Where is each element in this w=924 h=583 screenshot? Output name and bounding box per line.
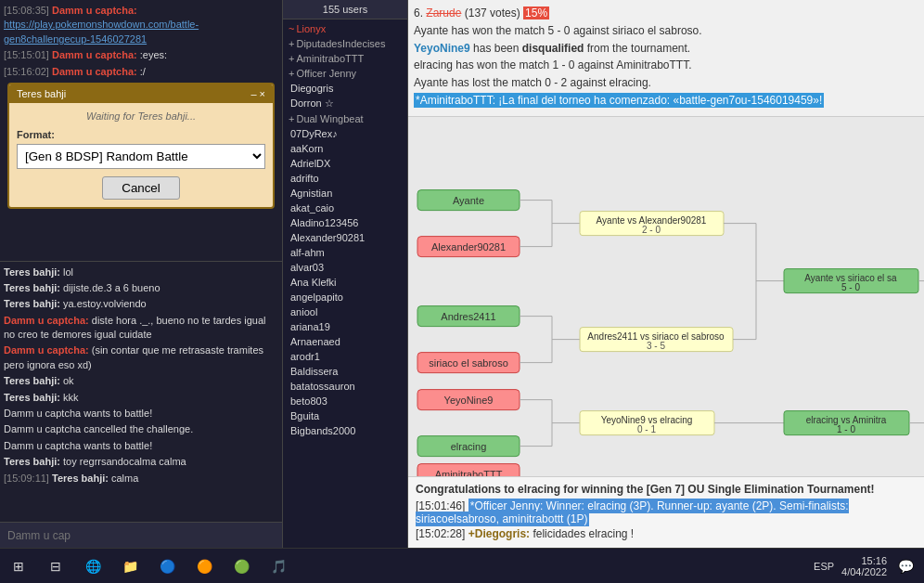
waiting-text: Waiting for Teres bahji... — [17, 110, 265, 122]
taskbar-time-date: 15:16 4/04/2022 — [841, 555, 887, 577]
user-item[interactable]: adrifto — [285, 171, 405, 186]
whatsapp-icon[interactable]: 🟢 — [230, 555, 252, 577]
user-item[interactable]: +Dual Wingbeat — [285, 111, 405, 126]
user-item[interactable]: Arnaenaed — [285, 334, 405, 349]
user-item[interactable]: Baldissera — [285, 364, 405, 379]
left-chat-panel: [15:08:35] Damm u captcha: https://play.… — [0, 0, 283, 548]
match-score-1: 2 - 0 — [642, 224, 661, 234]
message-text: Damm u captcha wants to battle! — [4, 440, 152, 451]
user-item[interactable]: alvar03 — [285, 260, 405, 275]
tournament-msg: 6. Zarude (137 votes) 15% — [414, 6, 918, 21]
timestamp: [15:08:35] — [4, 5, 49, 16]
username: Damm u captcha: — [52, 49, 137, 60]
clock-date: 4/04/2022 — [841, 566, 887, 577]
lower-chat-area: Teres bahji: lol Teres bahji: dijiste.de… — [0, 261, 282, 523]
match-score-sf2: 1 - 0 — [837, 423, 855, 434]
player-label-yeyo: YeyoNine9 — [444, 394, 494, 405]
chat-input-bar — [0, 522, 282, 548]
result-message-1: [15:01:46] *Officer Jenny: Winner: elrac… — [416, 499, 917, 525]
format-label: Format: — [17, 129, 265, 140]
user-item[interactable]: +DiputadesIndecises — [285, 36, 405, 51]
popup-title: Teres bahji – × — [9, 84, 273, 103]
user-item[interactable]: batatossauron — [285, 379, 405, 394]
user-list-header: 155 users — [283, 0, 407, 19]
user-item[interactable]: ~Lionyx — [285, 21, 405, 36]
username: Teres bahji: — [4, 375, 60, 386]
player-label-ayante: Ayante — [453, 194, 484, 205]
timestamp: [15:15:01] — [4, 49, 49, 60]
user-item-officer-jenny[interactable]: +Officer Jenny — [285, 66, 405, 81]
tournament-messages: 6. Zarude (137 votes) 15% Ayante has won… — [408, 0, 924, 117]
chat-message: Teres bahji: ok — [4, 374, 278, 388]
chat-message: Teres bahji: toy regrrsandocalma calma — [4, 455, 278, 469]
taskbar-right: ESP 15:16 4/04/2022 💬 — [814, 555, 917, 577]
chat-input[interactable] — [0, 523, 282, 548]
chat-message: Damm u captcha wants to battle! — [4, 407, 278, 421]
match-score-sf1: 5 - 0 — [841, 281, 860, 292]
chrome-icon[interactable]: 🔵 — [156, 555, 178, 577]
player-label-andres: Andres2411 — [441, 310, 495, 321]
explorer-icon[interactable]: 📁 — [119, 555, 141, 577]
chat-message: Damm u captcha cancelled the challenge. — [4, 422, 278, 436]
chat-message: Teres bahji: kkk — [4, 391, 278, 405]
username: Teres bahji: — [4, 282, 60, 293]
taskbar: ⊞ ⊟ 🌐 📁 🔵 🟠 🟢 🎵 ESP 15:16 4/04/2022 💬 — [0, 548, 924, 583]
user-item[interactable]: Bguita — [285, 408, 405, 423]
user-item[interactable]: +AminitraboTTT — [285, 51, 405, 66]
message-text: dijiste.de.3 a 6 bueno — [63, 282, 160, 293]
zarude-name: Zarude — [426, 6, 461, 19]
message-text: ya.estoy.volviendo — [63, 298, 147, 309]
user-item[interactable]: arodr1 — [285, 349, 405, 364]
chat-message: [15:09:11] Teres bahji: calma — [4, 472, 278, 486]
top-chat-area: [15:08:35] Damm u captcha: https://play.… — [0, 0, 282, 261]
disqualified-text: disqualified — [522, 42, 584, 55]
taskbar-lang: ESP — [814, 561, 834, 572]
diegogris-name: +Diegogris: — [468, 527, 530, 540]
message-text: Damm u captcha wants to battle! — [4, 408, 152, 419]
user-item[interactable]: 07DyRex♪ — [285, 126, 405, 141]
username: Teres bahji: — [4, 456, 60, 467]
message-text: kkk — [63, 392, 79, 403]
poke-icon[interactable]: 🟠 — [193, 555, 215, 577]
congratulations-text: Congratulations to elracing for winning … — [416, 483, 917, 496]
user-item[interactable]: beto803 — [285, 394, 405, 408]
message-text: :/ — [140, 66, 146, 77]
edge-icon[interactable]: 🌐 — [82, 555, 104, 577]
player-label-elracing-r1: elracing — [451, 440, 487, 451]
player-label-alexander: Alexander90281 — [431, 240, 506, 252]
user-item[interactable]: aniool — [285, 304, 405, 319]
message-text: :eyes: — [140, 49, 167, 60]
username: Damm u captcha: — [4, 315, 89, 326]
user-item[interactable]: Alexander90281 — [285, 230, 405, 245]
chat-message: Damm u captcha: (sin contar que me retra… — [4, 343, 278, 372]
user-item[interactable]: Diegogris — [285, 81, 405, 96]
user-item[interactable]: alf-ahm — [285, 245, 405, 260]
result-timestamp-2: [15:02:28] — [416, 527, 465, 540]
right-tournament-panel: 6. Zarude (137 votes) 15% Ayante has won… — [408, 0, 924, 548]
taskview-icon[interactable]: ⊟ — [45, 555, 67, 577]
tournament-results: Congratulations to elracing for winning … — [408, 476, 924, 548]
battle-challenge-popup: Teres bahji – × Waiting for Teres bahji.… — [7, 83, 275, 209]
user-item[interactable]: Bigbands2000 — [285, 423, 405, 438]
format-select[interactable]: [Gen 8 BDSP] Random Battle — [17, 144, 265, 169]
player-label-siriaco: siriaco el sabroso — [429, 356, 508, 368]
user-item[interactable]: Aladino123456 — [285, 215, 405, 230]
user-item[interactable]: Agnistian — [285, 186, 405, 201]
player-label-aminitrabottt: AminitraboTTT — [435, 468, 503, 476]
user-item[interactable]: aaKorn — [285, 141, 405, 156]
user-item[interactable]: angelpapito — [285, 290, 405, 304]
user-item[interactable]: akat_caio — [285, 201, 405, 215]
spotify-icon[interactable]: 🎵 — [267, 555, 289, 577]
battle-link[interactable]: https://play.pokemonshowdown.com/battle-… — [4, 19, 199, 44]
message-text: Damm u captcha cancelled the challenge. — [4, 423, 193, 434]
notification-icon[interactable]: 💬 — [894, 555, 917, 577]
start-button[interactable]: ⊞ — [7, 555, 30, 577]
message-text: lol — [63, 266, 73, 278]
user-item[interactable]: ariana19 — [285, 319, 405, 334]
user-item[interactable]: Ana Klefki — [285, 275, 405, 290]
chat-message: Teres bahji: dijiste.de.3 a 6 bueno — [4, 281, 278, 295]
user-item[interactable]: Dorron ☆ — [285, 96, 405, 111]
chat-message: [15:08:35] Damm u captcha: https://play.… — [4, 4, 278, 46]
user-item[interactable]: AdrielDX — [285, 156, 405, 171]
cancel-button[interactable]: Cancel — [102, 176, 180, 200]
